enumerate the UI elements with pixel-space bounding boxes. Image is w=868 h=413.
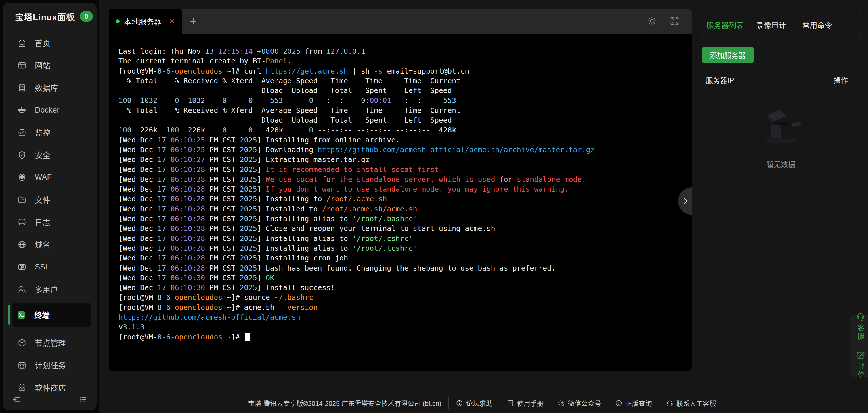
sidebar-item-14[interactable]: 节点管理 <box>3 332 97 354</box>
terminal-line: [Wed Dec 17 06:10:30 PM CST 2025] OK <box>119 273 686 283</box>
terminal-tabbar: 本地服务器 + <box>109 9 692 34</box>
files-icon <box>17 195 27 205</box>
database-icon <box>17 83 27 93</box>
copyright-text: 宝塔·腾讯云专享版©2014-2025 广东堡塔安全技术有限公司 (bt.cn) <box>241 397 448 409</box>
home-icon <box>17 38 27 48</box>
terminal-line: [Wed Dec 17 06:10:28 PM CST 2025] It is … <box>119 165 686 175</box>
terminal-line: % Total % Received % Xferd Average Speed… <box>119 106 686 115</box>
sidebar-item-9[interactable]: 日志 <box>3 211 97 233</box>
sidebar-item-4[interactable]: Docker <box>3 99 97 121</box>
panel-tab-3[interactable]: 常用命令 <box>794 11 840 38</box>
service-icon <box>666 399 674 407</box>
terminal-line: [Wed Dec 17 06:10:28 PM CST 2025] Instal… <box>119 194 686 204</box>
nodes-icon <box>17 338 27 347</box>
panel-tab-2[interactable]: 录像审计 <box>748 11 794 38</box>
terminal-line: v3.1.3 <box>119 322 686 332</box>
terminal-tab-local-server[interactable]: 本地服务器 <box>109 9 182 34</box>
sidebar-item-5[interactable]: 监控 <box>3 121 97 144</box>
sidebar-item-8[interactable]: 文件 <box>3 188 97 211</box>
genuine-icon <box>615 399 623 407</box>
sidebar-item-label: 网站 <box>35 60 50 71</box>
server-panel: 服务器列表录像审计常用命令 添加服务器 服务器IP 操作 暂无数据 <box>702 0 860 413</box>
footer-link-5[interactable]: 联系人工客服 <box>659 397 723 409</box>
sidebar-item-label: 多用户 <box>35 284 58 295</box>
terminal-line: [root@VM-8-6-opencloudos ~]# curl https:… <box>119 66 686 76</box>
sidebar-item-label: 计划任务 <box>35 359 66 371</box>
divider <box>702 92 860 92</box>
users-icon <box>17 285 27 294</box>
terminal-line: [Wed Dec 17 06:10:28 PM CST 2025] Instal… <box>119 234 686 244</box>
footer-link-1[interactable]: 论坛求助 <box>449 397 500 409</box>
sidebar-item-12[interactable]: 多用户 <box>3 278 97 301</box>
sidebar-footer <box>12 395 87 405</box>
fullscreen-icon[interactable] <box>669 15 680 27</box>
column-action: 操作 <box>834 75 848 85</box>
terminal-line: [Wed Dec 17 06:10:25 PM CST 2025] Downlo… <box>119 145 686 155</box>
collapse-sidebar-icon <box>12 395 21 404</box>
terminal-actions <box>647 9 692 34</box>
terminal-line: % Total % Received % Xferd Average Speed… <box>119 76 686 86</box>
new-tab-button[interactable]: + <box>182 9 205 34</box>
add-server-button[interactable]: 添加服务器 <box>702 46 754 63</box>
sidebar: 宝塔Linux面板 0 首页网站数据库Docker监控安全WAF文件日志域名SS… <box>3 3 97 410</box>
terminal-line: [Wed Dec 17 06:10:28 PM CST 2025] Instal… <box>119 204 686 214</box>
feedback-icon <box>856 350 865 360</box>
sidebar-item-10[interactable]: 域名 <box>3 233 97 255</box>
float-action-2[interactable]: 评价 <box>855 350 866 380</box>
sidebar-item-7[interactable]: WAF <box>3 166 97 188</box>
terminal-card: 本地服务器 + Last login: Thu Nov 13 12:15:14 … <box>109 9 692 371</box>
terminal-line: [Wed Dec 17 06:10:28 PM CST 2025] Instal… <box>119 244 686 253</box>
footer-link-3[interactable]: 微信公众号 <box>551 397 608 409</box>
sidebar-item-label: 终端 <box>34 309 50 320</box>
panel-tabs-filler <box>840 11 860 38</box>
sidebar-item-label: 日志 <box>35 216 50 228</box>
menu-list-icon[interactable] <box>79 395 87 405</box>
column-server-ip: 服务器IP <box>706 75 734 85</box>
sidebar-item-label: 软件商店 <box>35 382 66 393</box>
website-icon <box>17 61 27 70</box>
sidebar-item-2[interactable]: 网站 <box>3 54 97 76</box>
sidebar-item-6[interactable]: 安全 <box>3 144 97 166</box>
close-tab-icon[interactable] <box>168 18 176 25</box>
sidebar-item-label: 域名 <box>35 239 50 250</box>
message-badge[interactable]: 0 <box>80 11 93 22</box>
sidebar-item-label: WAF <box>35 173 52 182</box>
terminal-output[interactable]: Last login: Thu Nov 13 12:15:14 +0800 20… <box>109 34 692 371</box>
footer-link-4[interactable]: 正版查询 <box>608 397 659 409</box>
terminal-line: 100 226k 100 226k 0 0 428k 0 --:--:-- --… <box>119 125 686 135</box>
docker-icon <box>17 105 27 115</box>
question-circle-icon <box>456 399 463 407</box>
sidebar-nav: 首页网站数据库Docker监控安全WAF文件日志域名SSL多用户终端节点管理计划… <box>3 27 97 399</box>
settings-gear-icon[interactable] <box>647 15 657 27</box>
server-table-header: 服务器IP 操作 <box>702 75 860 85</box>
sidebar-item-label: 数据库 <box>35 82 58 93</box>
sidebar-item-13[interactable]: 终端 <box>11 303 91 327</box>
sidebar-item-11[interactable]: SSL <box>3 255 97 278</box>
footer-link-label: 使用手册 <box>517 398 544 408</box>
manual-icon <box>506 399 514 407</box>
footer-link-2[interactable]: 使用手册 <box>500 397 551 409</box>
sidebar-item-15[interactable]: 计划任务 <box>3 354 97 376</box>
sidebar-item-label: 首页 <box>35 37 50 48</box>
logo-row: 宝塔Linux面板 0 <box>3 3 97 27</box>
terminal-line: [Wed Dec 17 06:10:27 PM CST 2025] Extrac… <box>119 155 686 165</box>
terminal-line: [root@VM-8-6-opencloudos ~]# source ~/.b… <box>119 292 686 302</box>
terminal-line: [Wed Dec 17 06:10:28 PM CST 2025] bash h… <box>119 263 686 273</box>
security-icon <box>17 150 27 160</box>
domain-icon <box>17 240 27 249</box>
float-action-1[interactable]: 客服 <box>855 312 866 342</box>
terminal-line: [Wed Dec 17 06:10:28 PM CST 2025] Instal… <box>119 214 686 224</box>
monitor-icon <box>17 128 27 137</box>
ssl-icon <box>17 262 27 272</box>
terminal-line: The current terminal create by BT-Panel. <box>119 56 686 66</box>
footer-link-label: 正版查询 <box>625 398 652 408</box>
float-action-label: 客服 <box>855 324 866 342</box>
footer-link-label: 微信公众号 <box>568 398 601 408</box>
panel-tab-1[interactable]: 服务器列表 <box>702 11 748 38</box>
sidebar-item-1[interactable]: 首页 <box>3 32 97 54</box>
sidebar-item-3[interactable]: 数据库 <box>3 76 97 99</box>
terminal-line: Dload Upload Total Spent Left Speed <box>119 115 686 125</box>
sidebar-item-label: 安全 <box>35 149 50 161</box>
terminal-line: [Wed Dec 17 06:10:30 PM CST 2025] Instal… <box>119 283 686 292</box>
collapse-sidebar-icon[interactable] <box>12 395 21 405</box>
